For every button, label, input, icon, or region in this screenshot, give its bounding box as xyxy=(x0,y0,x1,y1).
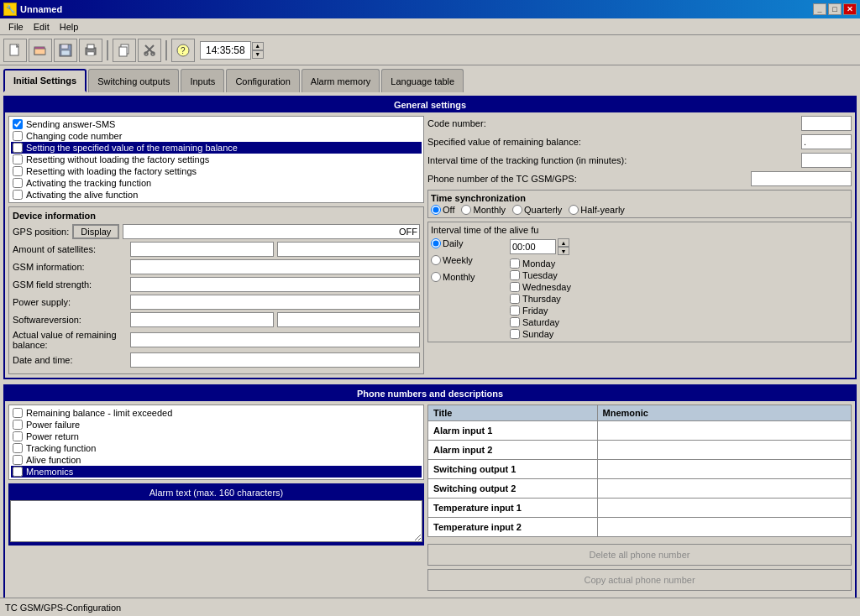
gsm-strength-input[interactable] xyxy=(130,277,420,292)
sunday-check[interactable]: Sunday xyxy=(510,329,848,339)
new-button[interactable] xyxy=(3,39,27,62)
print-button[interactable] xyxy=(79,39,102,62)
mnemo-input-2[interactable] xyxy=(603,462,846,477)
phone-item-5[interactable]: Mnemonics xyxy=(11,466,422,478)
thursday-check[interactable]: Thursday xyxy=(510,294,848,304)
gps-input[interactable] xyxy=(123,224,420,239)
sync-off-option[interactable]: Off xyxy=(431,205,454,215)
wednesday-check[interactable]: Wednesday xyxy=(510,282,848,292)
table-cell-mnemo-0[interactable] xyxy=(597,421,851,441)
menu-file[interactable]: File xyxy=(3,20,29,34)
monthly-option[interactable]: Monthly xyxy=(431,272,506,282)
tab-configuration[interactable]: Configuration xyxy=(226,69,299,92)
checkbox-6[interactable] xyxy=(13,190,23,200)
tab-inputs[interactable]: Inputs xyxy=(181,69,224,92)
print-icon xyxy=(84,44,97,57)
code-number-input[interactable] xyxy=(801,116,852,131)
phone-item-3[interactable]: Tracking function xyxy=(11,442,422,454)
tuesday-check[interactable]: Tuesday xyxy=(510,270,848,280)
phone-check-0[interactable] xyxy=(13,408,23,418)
alive-days: ▲ ▼ Monday Tuesday Wednesday Thursday Fr… xyxy=(510,238,848,339)
help-button[interactable]: ? xyxy=(171,39,195,62)
close-button[interactable]: ✕ xyxy=(843,3,857,15)
check-item-6[interactable]: Activating the alive function xyxy=(11,189,422,201)
phone-check-1[interactable] xyxy=(13,420,23,430)
table-cell-mnemo-1[interactable] xyxy=(597,441,851,460)
phone-item-1[interactable]: Power failure xyxy=(11,419,422,431)
friday-check[interactable]: Friday xyxy=(510,305,848,316)
saturday-check[interactable]: Saturday xyxy=(510,317,848,327)
table-cell-mnemo-2[interactable] xyxy=(597,460,851,479)
alive-time-up[interactable]: ▲ xyxy=(558,238,569,247)
toolbar: ? 14:35:58 ▲ ▼ xyxy=(0,35,860,65)
tab-language-table[interactable]: Language table xyxy=(381,69,464,92)
alive-time-input[interactable] xyxy=(510,239,556,254)
satellites-input[interactable] xyxy=(130,242,274,257)
alive-time-down[interactable]: ▼ xyxy=(558,247,569,255)
cut-button[interactable] xyxy=(138,39,161,62)
sync-halfyearly-option[interactable]: Half-yearly xyxy=(569,205,625,215)
mnemo-input-1[interactable] xyxy=(603,442,846,457)
open-button[interactable] xyxy=(29,39,52,62)
mnemo-input-5[interactable] xyxy=(603,519,846,535)
checkbox-1[interactable] xyxy=(13,131,23,141)
gsm-info-input[interactable] xyxy=(130,259,420,274)
table-cell-mnemo-5[interactable] xyxy=(597,518,851,537)
balance-spec-input[interactable] xyxy=(801,134,852,149)
copy-button[interactable] xyxy=(113,39,136,62)
save-button[interactable] xyxy=(54,39,77,62)
check-item-1[interactable]: Changing code number xyxy=(11,130,422,142)
table-cell-mnemo-4[interactable] xyxy=(597,499,851,518)
time-spinner[interactable]: ▲ ▼ xyxy=(252,42,264,59)
alarm-text-input[interactable] xyxy=(10,500,422,542)
phone-check-5[interactable] xyxy=(13,467,23,477)
phone-number-input[interactable] xyxy=(751,171,852,186)
phone-item-4[interactable]: Alive function xyxy=(11,454,422,466)
daily-option[interactable]: Daily xyxy=(431,238,506,248)
phone-check-3[interactable] xyxy=(13,443,23,453)
check-item-4[interactable]: Resetting with loading the factory setti… xyxy=(11,165,422,177)
menu-edit[interactable]: Edit xyxy=(29,20,55,34)
check-item-5[interactable]: Activating the tracking function xyxy=(11,177,422,189)
checkbox-0[interactable] xyxy=(13,119,23,129)
checkbox-4[interactable] xyxy=(13,166,23,176)
tab-initial-settings[interactable]: Initial Settings xyxy=(3,69,87,92)
power-supply-input[interactable] xyxy=(130,295,420,310)
interval-tracking-input[interactable] xyxy=(801,153,852,168)
phone-item-2[interactable]: Power return xyxy=(11,431,422,442)
datetime-input[interactable] xyxy=(130,352,420,368)
sync-monthly-option[interactable]: Monthly xyxy=(461,205,506,215)
phone-check-2[interactable] xyxy=(13,431,23,441)
balance-input[interactable] xyxy=(130,332,420,347)
satellites-input2[interactable] xyxy=(277,242,421,257)
software-input[interactable] xyxy=(130,312,274,327)
check-item-3[interactable]: Resetting without loading the factory se… xyxy=(11,154,422,165)
checkbox-3[interactable] xyxy=(13,154,23,164)
software-input2[interactable] xyxy=(277,312,421,327)
minimize-button[interactable]: _ xyxy=(813,3,826,15)
weekly-option[interactable]: Weekly xyxy=(431,255,506,265)
phone-check-4[interactable] xyxy=(13,455,23,465)
time-up-button[interactable]: ▲ xyxy=(252,42,264,50)
maximize-button[interactable]: □ xyxy=(828,3,842,15)
phone-number-label: Phone number of the TC GSM/GPS: xyxy=(427,174,751,184)
mnemo-input-3[interactable] xyxy=(603,481,846,496)
check-item-0[interactable]: Sending answer-SMS xyxy=(11,118,422,130)
phone-item-0[interactable]: Remaining balance - limit exceeded xyxy=(11,407,422,419)
monday-check[interactable]: Monday xyxy=(510,258,848,269)
table-cell-mnemo-3[interactable] xyxy=(597,479,851,499)
copy-phone-button[interactable]: Copy actual phone number xyxy=(427,569,852,591)
delete-phone-button[interactable]: Delete all phone number xyxy=(427,544,852,566)
mnemo-input-4[interactable] xyxy=(603,500,846,515)
tab-alarm-memory[interactable]: Alarm memory xyxy=(302,69,380,92)
time-sync-radio-row: Off Monthly Quarterly Half-yearly xyxy=(431,205,848,215)
mnemo-input-0[interactable] xyxy=(603,423,846,438)
sync-quarterly-option[interactable]: Quarterly xyxy=(512,205,562,215)
menu-help[interactable]: Help xyxy=(55,20,84,34)
time-down-button[interactable]: ▼ xyxy=(252,50,264,59)
display-button[interactable]: Display xyxy=(72,224,119,239)
checkbox-2[interactable] xyxy=(13,143,23,153)
check-item-2[interactable]: Setting the specified value of the remai… xyxy=(11,142,422,154)
tab-switching-outputs[interactable]: Switching outputs xyxy=(88,69,179,92)
checkbox-5[interactable] xyxy=(13,178,23,188)
